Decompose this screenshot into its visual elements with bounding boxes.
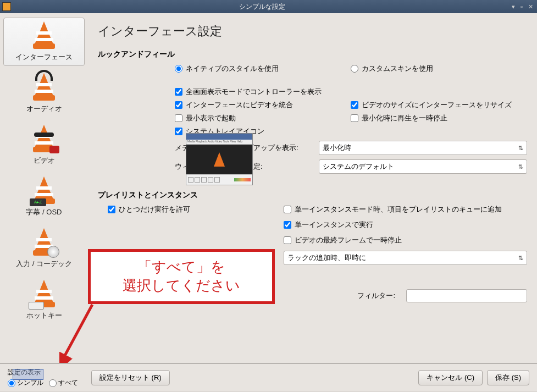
annotation-callout: 「すべて」を 選択してください: [88, 249, 275, 304]
cone-keyboard-icon: [31, 280, 57, 308]
sidebar-item-subtitles[interactable]: A▸Z 字幕 / OSD: [3, 173, 85, 221]
check-resize-interface[interactable]: ビデオのサイズにインターフェースをリサイズ: [351, 100, 527, 110]
reset-button[interactable]: 設定をリセット (R): [91, 370, 170, 385]
minimize-icon[interactable]: ▾: [510, 3, 517, 10]
window-style-select[interactable]: システムのデフォルト: [319, 159, 527, 174]
radio-custom-label: カスタムスキンを使用: [362, 64, 433, 74]
group-look-and-feel: ルックアンドフィール: [98, 49, 527, 59]
sidebar-item-hotkeys[interactable]: ホットキー: [3, 276, 85, 324]
check-pause-on-minimize[interactable]: 最小化時に再生を一時停止: [351, 113, 527, 123]
cone-icon: [31, 21, 57, 50]
footer-bar: 設定の表示 シンプル すべて 設定をリセット (R) キャンセル (C) 保存 …: [0, 363, 537, 391]
group-playlist: プレイリストとインスタンス: [98, 190, 527, 200]
check-one-instance[interactable]: ひとつだけ実行を許可: [108, 205, 273, 214]
annotation-highlight: [13, 369, 43, 380]
radio-all[interactable]: すべて: [49, 378, 78, 388]
filter-input[interactable]: [406, 289, 527, 302]
check-integrate-video[interactable]: インターフェースにビデオを統合: [175, 100, 340, 110]
close-icon[interactable]: ✕: [527, 3, 535, 10]
page-title: インターフェース設定: [98, 23, 527, 40]
cone-glasses-icon: [31, 125, 57, 153]
cone-disc-icon: [31, 228, 57, 257]
window-controls: ▾ ▫ ✕: [510, 3, 535, 10]
radio-native-style[interactable]: ネイティブのスタイルを使用: [175, 64, 340, 74]
cancel-button[interactable]: キャンセル (C): [418, 370, 483, 385]
titlebar: シンプルな設定 ▾ ▫ ✕: [0, 0, 537, 13]
sidebar-item-audio[interactable]: オーディオ: [3, 69, 85, 118]
main-panel: インターフェース設定 ルックアンドフィール ネイティブのスタイルを使用 カスタム…: [88, 13, 537, 363]
sidebar-item-input-codecs[interactable]: 入力 / コーデック: [3, 224, 85, 273]
cone-subtitle-icon: A▸Z: [31, 176, 57, 205]
check-start-minimal[interactable]: 最小表示で起動: [175, 113, 340, 123]
popup-select[interactable]: 最小化時: [319, 141, 527, 155]
filter-label: フィルター:: [357, 291, 395, 301]
annotation-line1: 「すべて」を: [137, 258, 225, 277]
check-enqueue[interactable]: 単一インスタンスモード時、項目をプレイリストのキューに追加: [284, 205, 527, 214]
radio-custom-input[interactable]: [351, 65, 358, 73]
radio-custom-skin[interactable]: カスタムスキンを使用: [351, 64, 527, 74]
annotation-line2: 選択してください: [123, 277, 240, 295]
maximize-icon[interactable]: ▫: [519, 3, 524, 10]
sidebar-item-label: インターフェース: [15, 52, 73, 62]
check-single-instance-run[interactable]: 単一インスタンスで実行: [284, 220, 527, 230]
sidebar-item-label: 入力 / コーデック: [16, 259, 72, 269]
cone-headphones-icon: [31, 73, 57, 102]
radio-native-label: ネイティブのスタイルを使用: [186, 64, 279, 74]
category-sidebar: インターフェース オーディオ ビデオ A▸Z 字幕 / OSD: [0, 13, 88, 363]
app-icon: [2, 2, 11, 11]
sidebar-item-label: 字幕 / OSD: [26, 207, 62, 217]
player-preview: Media Playback Audio Video Tools View He…: [186, 133, 253, 185]
track-add-select[interactable]: ラックの追加時、即時に: [284, 251, 527, 265]
radio-native-input[interactable]: [175, 65, 182, 73]
window-title: シンプルな設定: [14, 2, 510, 12]
sidebar-item-label: オーディオ: [26, 104, 62, 114]
sidebar-item-label: ホットキー: [26, 311, 62, 321]
sidebar-item-video[interactable]: ビデオ: [3, 121, 85, 169]
sidebar-item-interface[interactable]: インターフェース: [3, 18, 85, 66]
save-button[interactable]: 保存 (S): [487, 370, 529, 385]
sidebar-item-label: ビデオ: [34, 156, 55, 165]
check-fullscreen-controller[interactable]: 全画面表示モードでコントローラーを表示: [175, 87, 322, 97]
check-pause-last-frame[interactable]: ビデオの最終フレームで一時停止: [284, 235, 527, 245]
